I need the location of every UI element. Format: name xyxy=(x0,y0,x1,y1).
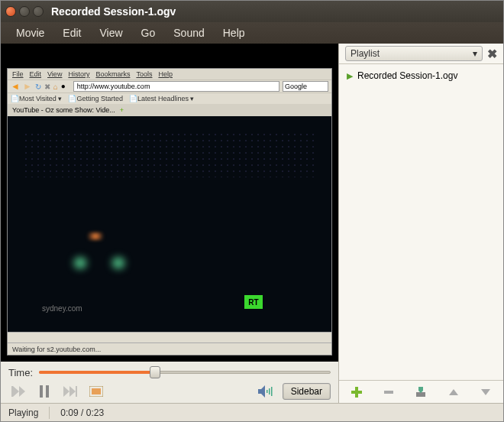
city-lights xyxy=(23,131,316,177)
bookmark-bar: 📄Most Visited ▾ 📄Getting Started 📄Latest… xyxy=(8,93,331,104)
playing-icon: ▶ xyxy=(347,71,353,81)
playback-state: Playing xyxy=(8,407,38,418)
minimize-button[interactable] xyxy=(19,6,30,17)
playlist-movedown-button[interactable] xyxy=(480,386,492,398)
button-row: Sidebar xyxy=(8,383,331,400)
bm-getting: 📄Getting Started xyxy=(68,95,123,102)
rt-logo: RT xyxy=(244,295,263,309)
svg-rect-4 xyxy=(267,390,268,393)
skip-back-icon xyxy=(11,386,25,397)
tab-label: YouTube - Oz some Show: Vide... xyxy=(12,106,115,114)
volume-button[interactable] xyxy=(257,383,276,400)
search-box: Google xyxy=(283,81,328,92)
sydney-watermark: sydney.com xyxy=(42,304,82,313)
bm-file: File xyxy=(12,70,24,78)
menu-help[interactable]: Help xyxy=(214,24,254,42)
minus-icon xyxy=(383,387,394,398)
app-window: Recorded Session-1.ogv Movie Edit View G… xyxy=(0,0,504,422)
playlist-item[interactable]: ▶ Recorded Session-1.ogv xyxy=(339,67,503,84)
menubar: Movie Edit View Go Sound Help xyxy=(1,22,503,44)
address-bar: http://www.youtube.com xyxy=(73,81,279,92)
browser-menu: File Edit View History Bookmarks Tools H… xyxy=(8,69,331,80)
menu-go[interactable]: Go xyxy=(132,24,165,42)
plus-icon xyxy=(351,387,362,398)
bm-history: History xyxy=(68,70,89,78)
glow-2 xyxy=(107,255,130,271)
svg-rect-6 xyxy=(271,387,273,396)
browser-tab: YouTube - Oz some Show: Vide... + xyxy=(8,104,331,116)
time-row: Time: xyxy=(8,366,331,378)
chevron-down-icon xyxy=(481,389,490,395)
svg-rect-3 xyxy=(92,388,101,394)
slider-thumb[interactable] xyxy=(150,366,160,378)
sidebar-toggle-button[interactable]: Sidebar xyxy=(283,383,331,400)
playback-time: 0:09 / 0:23 xyxy=(60,407,104,418)
menu-view[interactable]: View xyxy=(90,24,131,42)
menu-edit[interactable]: Edit xyxy=(53,24,90,42)
menu-sound[interactable]: Sound xyxy=(164,24,213,42)
playlist-header: Playlist ▾ ✖ xyxy=(339,44,503,63)
home-icon: ⌂ xyxy=(53,83,58,91)
stop-icon: ✖ xyxy=(44,83,50,91)
addtab-icon: + xyxy=(120,106,124,114)
reload-icon: ↻ xyxy=(35,83,41,91)
bm-edit: Edit xyxy=(30,70,42,78)
previous-button[interactable] xyxy=(8,383,28,400)
save-icon xyxy=(415,387,426,398)
svg-rect-1 xyxy=(46,385,49,398)
back-icon: ◄ xyxy=(11,81,20,92)
playlist-moveup-button[interactable] xyxy=(447,386,460,398)
bm-bookmarks: Bookmarks xyxy=(95,70,130,78)
status-separator xyxy=(49,407,50,419)
url-text: http://www.youtube.com xyxy=(77,83,150,90)
fullscreen-button[interactable] xyxy=(86,383,106,400)
window-buttons xyxy=(5,6,44,17)
svg-rect-0 xyxy=(40,385,43,398)
playlist-item-name: Recorded Session-1.ogv xyxy=(357,70,457,81)
seek-slider[interactable] xyxy=(39,366,331,378)
recorded-browser: File Edit View History Bookmarks Tools H… xyxy=(7,68,332,355)
maximize-button[interactable] xyxy=(33,6,44,17)
pause-button[interactable] xyxy=(34,383,54,400)
player-controls: Time: xyxy=(1,362,338,403)
pause-icon xyxy=(39,385,50,398)
video-pane: File Edit View History Bookmarks Tools H… xyxy=(1,44,338,403)
chevron-up-icon xyxy=(449,389,458,395)
playlist-dropdown[interactable]: Playlist ▾ xyxy=(345,46,483,61)
playlist-toolbar xyxy=(339,380,503,403)
playlist-close-button[interactable]: ✖ xyxy=(487,47,497,61)
bm-tools: Tools xyxy=(136,70,152,78)
svg-rect-5 xyxy=(269,388,270,394)
bm-view: View xyxy=(47,70,62,78)
playlist-list: ▶ Recorded Session-1.ogv xyxy=(339,63,503,380)
chevron-down-icon: ▾ xyxy=(473,48,477,59)
fullscreen-icon xyxy=(89,386,103,397)
playlist-save-button[interactable] xyxy=(415,386,427,398)
slider-fill xyxy=(39,371,153,374)
titlebar: Recorded Session-1.ogv xyxy=(1,1,503,22)
browser-status: Waiting for s2.youtube.com... xyxy=(8,342,331,355)
next-button[interactable] xyxy=(60,383,80,400)
content-area: File Edit View History Bookmarks Tools H… xyxy=(1,44,503,403)
playlist-sidebar: Playlist ▾ ✖ ▶ Recorded Session-1.ogv xyxy=(338,44,503,403)
fwd-icon: ► xyxy=(23,81,32,92)
menu-movie[interactable]: Movie xyxy=(7,24,53,42)
video-display[interactable]: File Edit View History Bookmarks Tools H… xyxy=(1,44,338,362)
glow-1 xyxy=(69,255,92,271)
bm-mostvisited: 📄Most Visited ▾ xyxy=(11,95,62,102)
browser-scrollbar xyxy=(8,332,331,342)
playlist-add-button[interactable] xyxy=(351,386,363,398)
bm-latest: 📄Latest Headlines ▾ xyxy=(129,95,195,102)
time-label: Time: xyxy=(8,367,33,378)
feed-icon: ● xyxy=(61,82,70,91)
statusbar: Playing 0:09 / 0:23 xyxy=(1,403,503,421)
playlist-remove-button[interactable] xyxy=(383,386,395,398)
window-title: Recorded Session-1.ogv xyxy=(51,5,176,18)
playlist-label: Playlist xyxy=(351,48,380,59)
skip-forward-icon xyxy=(63,386,77,397)
volume-icon xyxy=(258,385,275,398)
embedded-video: RT sydney.com xyxy=(8,116,331,332)
svg-rect-7 xyxy=(384,391,393,394)
fireworks xyxy=(84,232,107,240)
close-button[interactable] xyxy=(5,6,16,17)
